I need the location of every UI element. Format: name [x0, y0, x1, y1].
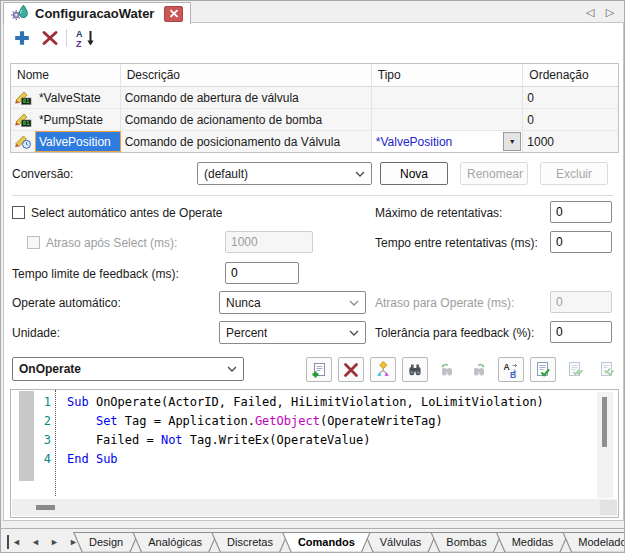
svg-text:Z: Z — [76, 39, 82, 49]
line-number: 1 — [11, 393, 57, 412]
cell-descricao[interactable]: Comando de abertura de válvula — [121, 87, 372, 108]
sheet-tab-label: Medidas — [496, 532, 570, 552]
vertical-scrollbar[interactable] — [597, 392, 613, 498]
chevron-down-icon — [349, 300, 359, 306]
atraso-operate-label: Atraso para Operate (ms): — [375, 295, 514, 311]
sort-az-icon[interactable]: A Z — [72, 26, 100, 50]
sheet-tab-label: Discretas — [211, 532, 289, 552]
atraso-select-checkbox — [27, 236, 40, 249]
cell-ordenacao[interactable]: 0 — [523, 109, 618, 130]
conversao-label: Conversão: — [12, 166, 73, 182]
column-header-descricao[interactable]: Descrição — [121, 64, 372, 86]
find-previous-icon — [434, 357, 460, 382]
excluir-button: Excluir — [540, 162, 608, 185]
horizontal-scrollbar[interactable] — [12, 499, 617, 516]
cell-tipo[interactable] — [372, 109, 524, 130]
max-retentativas-label: Máximo de retentativas: — [375, 205, 502, 221]
tempo-feedback-input[interactable] — [225, 262, 299, 284]
find-next-icon — [466, 357, 492, 382]
check-script-icon[interactable] — [530, 357, 556, 382]
table-row[interactable]: 01*ValveStateComando de abertura de válv… — [11, 87, 618, 109]
tolerancia-feedback-input[interactable] — [550, 321, 612, 343]
sheet-tabs: DesignAnalógicasDiscretasComandosVálvula… — [73, 532, 625, 553]
digital-tag-icon: 01 — [11, 109, 35, 130]
operate-auto-label: Operate automático: — [12, 295, 121, 311]
sheet-tab-label: Modelador Hidrá — [562, 532, 625, 553]
sheet-tab-label: Bombas — [430, 532, 502, 552]
sheet-tab-design[interactable]: Design — [73, 532, 139, 553]
grid-header: Nome Descrição Tipo Ordenação — [11, 64, 618, 87]
next-page-icon[interactable]: ► — [47, 535, 62, 549]
triangle-right-icon[interactable]: ▷ — [602, 4, 618, 20]
cell-tipo[interactable]: *ValvePosition▼ — [372, 131, 524, 152]
sheet-tab-medidas[interactable]: Medidas — [496, 532, 570, 553]
sheet-nav: ◄ ◄ ► ► — [7, 535, 83, 549]
cell-descricao[interactable]: Comando de posicionamento da Válvula — [121, 131, 372, 152]
prev-page-icon[interactable]: ◄ — [28, 535, 43, 549]
code-line[interactable]: 1Sub OnOperate(ActorID, Failed, HiLimitV… — [11, 393, 594, 412]
vertical-scrollbar-thumb[interactable] — [602, 397, 607, 447]
conversao-combo[interactable]: (default) — [197, 162, 372, 185]
table-row[interactable]: ValvePositionComando de posicionamento d… — [11, 131, 618, 152]
table-row[interactable]: 01*PumpStateComando de acionamento de bo… — [11, 109, 618, 131]
configuration-window: ConfiguracaoWater ◁ ▷ A Z Nome Descr — [0, 0, 625, 553]
cell-descricao[interactable]: Comando de acionamento de bomba — [121, 109, 372, 130]
cell-tipo[interactable] — [372, 87, 524, 108]
sheet-tab-bombas[interactable]: Bombas — [430, 532, 502, 553]
new-script-icon[interactable] — [306, 357, 332, 382]
replace-icon[interactable]: AB — [498, 357, 524, 382]
sheet-tab-comandos[interactable]: Comandos — [282, 532, 371, 553]
water-config-icon — [11, 4, 30, 24]
atraso-select-label: Atraso após Select (ms): — [46, 235, 177, 251]
operate-auto-combo[interactable]: Nunca — [219, 291, 366, 314]
cell-nome[interactable]: *ValveState — [35, 87, 121, 108]
svg-text:A: A — [504, 362, 510, 372]
code-lines[interactable]: 1Sub OnOperate(ActorID, Failed, HiLimitV… — [11, 393, 594, 469]
max-retentativas-input[interactable] — [550, 201, 612, 223]
svg-text:A: A — [76, 29, 83, 39]
cell-ordenacao[interactable]: 1000 — [523, 131, 618, 152]
column-header-ordenacao[interactable]: Ordenação — [523, 64, 618, 86]
tipo-dropdown-icon[interactable]: ▼ — [503, 132, 521, 151]
sheet-tab-label: Válvulas — [364, 532, 438, 552]
column-header-tipo[interactable]: Tipo — [372, 64, 524, 86]
first-page-icon[interactable]: ◄ — [7, 535, 24, 549]
script-code-editor[interactable]: 1Sub OnOperate(ActorID, Failed, HiLimitV… — [10, 389, 619, 518]
tempo-retentativas-input[interactable] — [550, 231, 612, 253]
code-line[interactable]: 4End Sub — [11, 450, 594, 469]
unidade-combo[interactable]: Percent — [219, 321, 366, 344]
svg-text:01: 01 — [23, 98, 30, 104]
nova-button[interactable]: Nova — [380, 162, 448, 185]
add-icon[interactable] — [10, 26, 34, 50]
document-tab-title: ConfiguracaoWater — [35, 6, 154, 21]
chevron-down-icon — [349, 330, 359, 336]
digital-tag-icon: 01 — [11, 87, 35, 108]
close-icon[interactable] — [164, 6, 183, 22]
scrollbar-corner — [600, 500, 617, 515]
triangle-left-icon[interactable]: ◁ — [582, 4, 598, 20]
unidade-label: Unidade: — [12, 325, 60, 341]
cell-ordenacao[interactable]: 0 — [523, 87, 618, 108]
sheet-tab-anal-gicas[interactable]: Analógicas — [132, 532, 218, 553]
sheet-tab-label: Analógicas — [132, 532, 218, 552]
find-icon[interactable] — [402, 357, 428, 382]
svg-text:01: 01 — [23, 120, 30, 126]
horizontal-scrollbar-thumb[interactable] — [36, 505, 55, 510]
column-header-nome[interactable]: Nome — [11, 64, 121, 86]
event-selector-combo[interactable]: OnOperate — [12, 357, 244, 381]
delete-script-icon[interactable] — [338, 357, 364, 382]
operate-auto-value: Nunca — [226, 296, 261, 310]
app-browser-icon[interactable] — [370, 357, 396, 382]
select-auto-checkbox[interactable] — [12, 206, 25, 219]
sheet-tab-v-lvulas[interactable]: Válvulas — [364, 532, 438, 553]
delete-icon[interactable] — [38, 26, 62, 50]
sheet-tab-discretas[interactable]: Discretas — [211, 532, 289, 553]
sheet-tab-bar: ◄ ◄ ► ► DesignAnalógicasDiscretasComando… — [1, 528, 624, 553]
code-line[interactable]: 2 Set Tag = Application.GetObject(Operat… — [11, 412, 594, 431]
sheet-tab-modelador-hidr-[interactable]: Modelador Hidrá — [562, 532, 625, 553]
sheet-tab-label: Comandos — [282, 532, 371, 552]
code-line[interactable]: 3 Failed = Not Tag.WriteEx(OperateValue) — [11, 431, 594, 450]
cell-nome[interactable]: *PumpState — [35, 109, 121, 130]
document-tab[interactable]: ConfiguracaoWater — [3, 2, 191, 24]
cell-nome[interactable]: ValvePosition — [35, 131, 121, 152]
